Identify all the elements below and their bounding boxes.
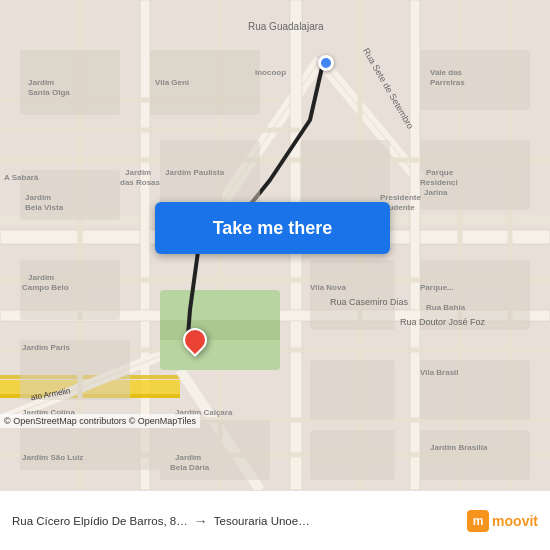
svg-text:Jardim: Jardim: [28, 273, 54, 282]
origin-text: Rua Cícero Elpídio De Barros, 8…: [12, 515, 188, 527]
moovit-logo-icon: m: [467, 510, 489, 532]
svg-text:Jardim: Jardim: [125, 168, 151, 177]
svg-text:Vila Geni: Vila Geni: [155, 78, 189, 87]
svg-text:Parrelras: Parrelras: [430, 78, 465, 87]
svg-text:Parque...: Parque...: [420, 283, 454, 292]
svg-text:Rua Doutor José Foz: Rua Doutor José Foz: [400, 317, 486, 327]
svg-text:Jardim Paris: Jardim Paris: [22, 343, 71, 352]
svg-text:Vale das: Vale das: [430, 68, 463, 77]
svg-text:Rua Bahia: Rua Bahia: [426, 303, 466, 312]
svg-rect-42: [310, 430, 395, 480]
svg-text:Jarina: Jarina: [424, 188, 448, 197]
svg-text:Rua Casemiro Dias: Rua Casemiro Dias: [330, 297, 409, 307]
svg-text:Jardim Brasília: Jardim Brasília: [430, 443, 488, 452]
svg-text:Vila Nova: Vila Nova: [310, 283, 346, 292]
svg-rect-39: [300, 140, 390, 210]
svg-rect-47: [420, 430, 530, 480]
route-arrow-icon: →: [194, 513, 208, 529]
svg-text:Jardim São Luiz: Jardim São Luiz: [22, 453, 83, 462]
svg-text:Campo Belo: Campo Belo: [22, 283, 69, 292]
svg-text:Jardim: Jardim: [175, 453, 201, 462]
moovit-logo-text: moovit: [492, 513, 538, 529]
svg-text:Parque: Parque: [426, 168, 454, 177]
svg-text:Jardim Paulista: Jardim Paulista: [165, 168, 225, 177]
svg-text:Jardim: Jardim: [25, 193, 51, 202]
svg-rect-9: [410, 0, 420, 490]
map-attribution: © OpenStreetMap contributors © OpenMapTi…: [0, 414, 200, 428]
svg-text:Presidente: Presidente: [380, 193, 421, 202]
svg-rect-30: [160, 320, 280, 340]
svg-text:Rua Guadalajara: Rua Guadalajara: [248, 21, 324, 32]
svg-text:Vila Brasil: Vila Brasil: [420, 368, 459, 377]
svg-text:Bela Dária: Bela Dária: [170, 463, 210, 472]
svg-text:Residenci: Residenci: [420, 178, 458, 187]
take-me-there-button[interactable]: Take me there: [155, 202, 390, 254]
svg-text:Santa Olga: Santa Olga: [28, 88, 70, 97]
svg-text:Jardim: Jardim: [28, 78, 54, 87]
svg-text:Bela Vista: Bela Vista: [25, 203, 64, 212]
svg-text:Inocoop: Inocoop: [255, 68, 286, 77]
moovit-logo: m moovit: [467, 510, 538, 532]
bottom-bar: Rua Cícero Elpídio De Barros, 8… → Tesou…: [0, 490, 550, 550]
destination-pin: [183, 328, 207, 360]
svg-text:A Sabará: A Sabará: [4, 173, 39, 182]
svg-text:das Rosas: das Rosas: [120, 178, 161, 187]
svg-rect-40: [310, 260, 395, 330]
route-info: Rua Cícero Elpídio De Barros, 8… → Tesou…: [12, 513, 538, 529]
origin-dot: [318, 55, 334, 71]
destination-text: Tesouraria Unoe…: [214, 515, 310, 527]
map-view: Rua Guadalajara Rua Sete de Setembro Rua…: [0, 0, 550, 490]
svg-rect-41: [310, 360, 395, 420]
